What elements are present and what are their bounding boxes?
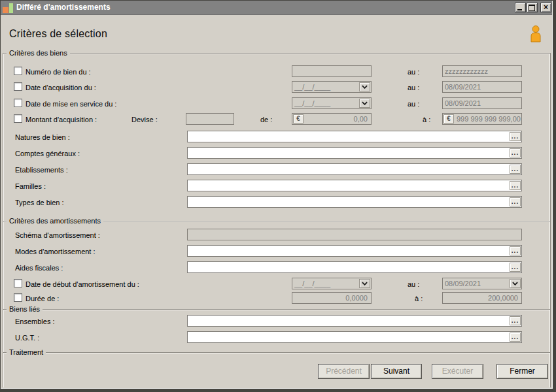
date-mise-service-to-input[interactable]: 08/09/2021 — [442, 97, 522, 109]
date-acquisition-to-input[interactable]: 08/09/2021 — [442, 81, 522, 93]
comptes-generaux-label: Comptes généraux : — [15, 149, 80, 158]
maximize-icon — [529, 5, 535, 11]
precedent-button[interactable]: Précédent — [318, 364, 370, 379]
numero-bien-checkbox[interactable] — [14, 67, 22, 75]
ellipsis-button[interactable]: ... — [510, 165, 521, 174]
devise-input[interactable] — [186, 113, 234, 125]
dialog-window: Différé d'amortissements × Critères de s… — [1, 1, 553, 389]
date-debut-amortissement-checkbox[interactable] — [14, 279, 22, 287]
ellipsis-button[interactable]: ... — [510, 181, 521, 190]
title-bar[interactable]: Différé d'amortissements × — [1, 1, 552, 15]
ensembles-label: Ensembles : — [15, 317, 55, 326]
date-acquisition-checkbox[interactable] — [14, 82, 22, 91]
montant-from-input[interactable]: € 0,00 — [292, 113, 372, 125]
schema-amortissement-label: Schéma d'amortissement : — [15, 231, 100, 240]
numero-bien-au-label: au : — [408, 67, 419, 76]
date-mise-service-label: Date de mise en service du : — [26, 99, 116, 108]
duree-a-label: à : — [415, 294, 423, 303]
date-acquisition-label: Date d'acquisition du : — [26, 83, 96, 92]
montant-to-input[interactable]: € 999 999 999 999,00 — [442, 113, 522, 125]
date-debut-from-combo[interactable]: __/__/____ — [292, 278, 372, 289]
date-mise-service-au-label: au : — [408, 99, 419, 108]
page-title: Critères de sélection — [9, 28, 107, 40]
ellipsis-button[interactable]: ... — [510, 197, 521, 206]
ellipsis-button[interactable]: ... — [510, 132, 521, 141]
executer-button[interactable]: Exécuter — [432, 364, 483, 379]
group-biens-lies-legend: Biens liés — [7, 304, 43, 314]
ugt-label: U.G.T. : — [15, 333, 39, 342]
familles-label: Familles : — [15, 182, 46, 191]
euro-icon[interactable]: € — [443, 114, 454, 123]
montant-acquisition-label: Montant d'acquisition : — [26, 115, 97, 124]
etablissements-input[interactable]: ... — [187, 163, 522, 175]
aides-fiscales-label: Aides fiscales : — [15, 263, 63, 272]
suivant-button[interactable]: Suivant — [371, 364, 422, 379]
maximize-button[interactable] — [527, 3, 538, 12]
types-bien-input[interactable]: ... — [187, 196, 522, 208]
ellipsis-button[interactable]: ... — [510, 333, 521, 342]
numero-bien-from-input[interactable] — [292, 65, 372, 77]
modes-amortissement-input[interactable]: ... — [187, 245, 522, 257]
chevron-down-icon[interactable] — [359, 99, 370, 108]
aides-fiscales-input[interactable]: ... — [187, 261, 522, 273]
group-criteres-amortissements-legend: Critères des amortissements — [7, 216, 103, 226]
minimize-icon — [517, 9, 522, 10]
fermer-button[interactable]: Fermer — [496, 364, 548, 379]
natures-bien-input[interactable]: ... — [187, 131, 522, 142]
ellipsis-button[interactable]: ... — [510, 148, 521, 157]
ugt-input[interactable]: ... — [187, 331, 522, 343]
minimize-button[interactable] — [515, 3, 526, 12]
chevron-down-icon[interactable] — [510, 279, 521, 288]
group-criteres-biens-legend: Critères des biens — [7, 48, 70, 58]
chevron-down-icon[interactable] — [359, 82, 370, 91]
devise-label: Devise : — [131, 115, 158, 124]
duree-to-input[interactable]: 200,0000 — [442, 292, 522, 304]
numero-bien-label: Numéro de bien du : — [26, 67, 91, 76]
numero-bien-to-input[interactable]: zzzzzzzzzzzz — [442, 65, 522, 77]
date-mise-service-checkbox[interactable] — [14, 99, 22, 107]
duree-label: Durée de : — [26, 294, 59, 303]
screen: Différé d'amortissements × Critères de s… — [0, 0, 556, 392]
date-acquisition-from-combo[interactable]: __/__/____ — [292, 81, 372, 93]
montant-de-label: de : — [260, 115, 272, 124]
etablissements-label: Etablissements : — [15, 165, 68, 174]
close-button[interactable]: × — [540, 3, 551, 12]
chevron-down-icon[interactable] — [359, 279, 370, 288]
group-traitement-legend: Traitement — [7, 348, 46, 357]
comptes-generaux-input[interactable]: ... — [187, 147, 522, 159]
app-logo-icon — [3, 2, 14, 13]
window-title: Différé d'amortissements — [16, 3, 111, 12]
date-debut-amortissement-label: Date de début d'amortissement du : — [26, 280, 139, 289]
natures-bien-label: Natures de bien : — [15, 133, 70, 142]
date-debut-au-label: au : — [408, 280, 419, 289]
montant-a-label: à : — [423, 115, 430, 124]
ellipsis-button[interactable]: ... — [510, 246, 521, 255]
euro-icon[interactable]: € — [293, 114, 304, 123]
duree-checkbox[interactable] — [14, 293, 22, 302]
montant-acquisition-checkbox[interactable] — [14, 114, 22, 123]
date-acquisition-au-label: au : — [408, 83, 419, 92]
types-bien-label: Types de bien : — [15, 198, 64, 207]
schema-amortissement-input[interactable] — [187, 229, 522, 240]
familles-input[interactable]: ... — [187, 180, 522, 191]
modes-amortissement-label: Modes d'amortissement : — [15, 247, 96, 256]
date-debut-to-combo[interactable]: 08/09/2021 — [442, 278, 522, 289]
user-help-icon[interactable] — [529, 25, 543, 42]
ellipsis-button[interactable]: ... — [510, 263, 521, 272]
close-icon: × — [541, 3, 551, 12]
ellipsis-button[interactable]: ... — [510, 316, 521, 325]
duree-from-input[interactable]: 0,0000 — [292, 292, 372, 304]
ensembles-input[interactable]: ... — [187, 315, 522, 327]
date-mise-service-from-combo[interactable]: __/__/____ — [292, 97, 372, 109]
